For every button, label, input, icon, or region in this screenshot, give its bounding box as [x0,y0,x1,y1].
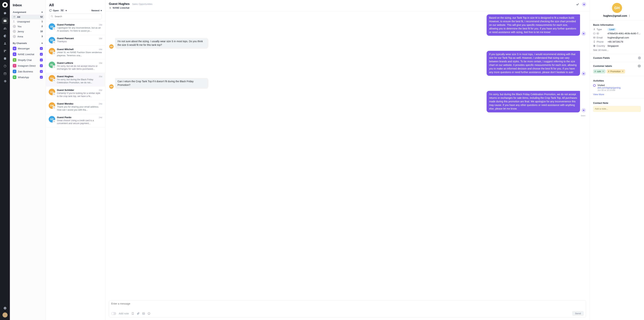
conversation-item[interactable]: GMN Guest Mendez24d Thank you for sharin… [46,100,105,114]
rail-profile-icon[interactable] [2,40,8,47]
message-row: If you typically wear size S in most top… [109,51,586,76]
rail-chat-icon[interactable] [2,10,8,16]
search-input[interactable] [49,14,102,19]
rail-help-icon[interactable]: ? [2,305,8,311]
conversation-name: Guest Mendez [57,102,74,105]
see-more-link[interactable]: See 18 more... [593,49,641,51]
svg-point-13 [583,33,584,34]
channel-checkbox[interactable] [40,64,43,67]
conversation-name: Guest Schilder [57,89,74,91]
conversation-item[interactable]: GLN Guest Lefèvre19d I'm sorry, but we d… [46,59,105,73]
conversation-item[interactable]: GMN Guest Mitchell18d ¡Hola! Sí, en NANE… [46,46,105,59]
activity-link[interactable]: dell.com/laptop/gaming [598,86,621,89]
conversation-preview: Great choice! Using a credit card is a c… [57,119,102,125]
message-row: GHCan I return the Crop Tank Top if it d… [109,78,586,89]
svg-point-11 [584,4,584,5]
message-input[interactable] [111,302,584,310]
send-button[interactable]: Send [572,311,584,316]
svg-point-23 [148,313,150,315]
bot-indicator-icon[interactable] [582,2,586,6]
message-bubble: Can I return the Crop Tank Top if it doe… [115,78,208,89]
sidebar-item-jenny[interactable]: Jenny10 [11,29,44,34]
assignment-section-toggle[interactable]: Assignment ▾ [11,10,44,14]
rail-user-avatar[interactable] [2,313,8,318]
nav-rail: ? [0,0,10,320]
svg-rect-27 [594,41,595,43]
sidebar-item-all[interactable]: All52 [11,14,44,19]
rail-calendar-icon[interactable] [2,70,8,77]
sort-dropdown[interactable]: Newest ▾ [91,9,102,12]
conversation-preview: Thank you for sharing your email address… [57,105,102,111]
channels-section-toggle[interactable]: By Channels ▾ [11,41,44,46]
channel-nane-livechat[interactable]: NNANE Livechat [11,51,44,57]
globe-icon [593,45,596,47]
image-icon[interactable] [142,312,145,315]
emoji-icon[interactable] [148,312,150,315]
conversation-time: 19d [99,62,102,64]
sidebar-item-you[interactable]: You2 [11,24,44,29]
custom-fields-title: Custom Fields [593,56,610,59]
addnote-toggle[interactable] [111,312,116,315]
label-chip[interactable]: #sale✕ [593,69,606,73]
conversation-item[interactable]: GSN Guest Schilder20d Certainly! If you'… [46,86,105,100]
svg-point-8 [51,15,52,17]
id-value: 4766ef29-4061-463b-8c80-7... [608,32,641,35]
remove-label-icon[interactable]: ✕ [602,70,604,73]
sidebar-item-unassigned[interactable]: Unassigned1 [11,19,44,24]
channel-shopify-chat[interactable]: SShopify Chat [11,57,44,63]
rail-data-icon[interactable] [2,55,8,62]
message-bubble: Based on the sizing, our Tank Top in siz… [486,14,580,36]
rail-contacts-icon[interactable] [2,25,8,32]
open-filter[interactable]: Open 52 ▾ [49,9,67,12]
channel-whatsapp[interactable]: WWhatsApp [11,74,44,80]
resolve-button[interactable] [576,2,579,6]
rail-apps-icon[interactable] [2,48,8,54]
svg-rect-18 [583,110,584,111]
conversation-name: Guest Pardo [57,116,71,119]
rail-inbox-icon[interactable] [2,17,8,24]
channel-messenger[interactable]: MMessenger [11,46,44,51]
conversation-time: 20d [99,75,102,78]
svg-point-14 [584,33,584,34]
channel-checkbox[interactable] [40,76,43,79]
channel-badge-icon: N [53,65,56,68]
sidebar-item-anna[interactable]: Anna3 [11,34,44,39]
avatar-icon [13,25,16,28]
conversation-item[interactable]: GHN Guest Hughes20d I'm sorry, but durin… [46,73,105,86]
bookmark-icon[interactable] [131,312,134,315]
conversation-item[interactable]: GPN Guest Pancani18d Thankyou [46,35,105,46]
conversation-item[interactable]: GPN Guest Pardo24d Great choice! Using a… [46,114,105,127]
type-badge: Lead [608,28,616,31]
label-chip[interactable]: #Promotion✕ [606,69,625,73]
channel-icon: N [13,52,16,56]
conversation-item[interactable]: GFN Guest Fontaine18d I apologize for an… [46,21,105,35]
svg-point-7 [14,21,14,21]
chat-icon [49,9,52,12]
channel-checkbox[interactable] [40,47,43,50]
attachment-icon[interactable] [137,312,140,315]
add-label-icon[interactable] [638,64,641,67]
channel-checkbox[interactable] [40,53,43,56]
rail-reports-icon[interactable] [2,33,8,39]
activities-title: Activities [593,79,641,82]
view-more-link[interactable]: View More [593,93,641,96]
remove-label-icon[interactable]: ✕ [622,70,624,73]
channel-badge-icon: N [53,120,56,123]
rail-loop-icon[interactable] [2,63,8,69]
conversation-meta: Sales Opportunities [132,3,152,5]
channel-checkbox[interactable] [40,70,43,73]
labels-title: Customer labels [593,65,612,67]
channel-checkbox[interactable] [40,58,43,61]
country-value: Singapore [608,44,641,47]
svg-point-6 [14,16,15,17]
note-input[interactable]: Add a note... [593,106,641,112]
basic-info-title: Basic Information [593,23,641,26]
svg-text:?: ? [4,307,6,309]
more-icon[interactable]: ⋮ [628,14,631,17]
channel-badge-icon: N [53,79,56,82]
rail-settings-icon[interactable] [2,78,8,84]
svg-point-24 [594,28,594,29]
channel-instagram-direct[interactable]: IInstagram Direct [11,63,44,69]
gear-icon[interactable] [638,56,641,59]
channel-zalo-business[interactable]: ZZalo Business [11,69,44,74]
